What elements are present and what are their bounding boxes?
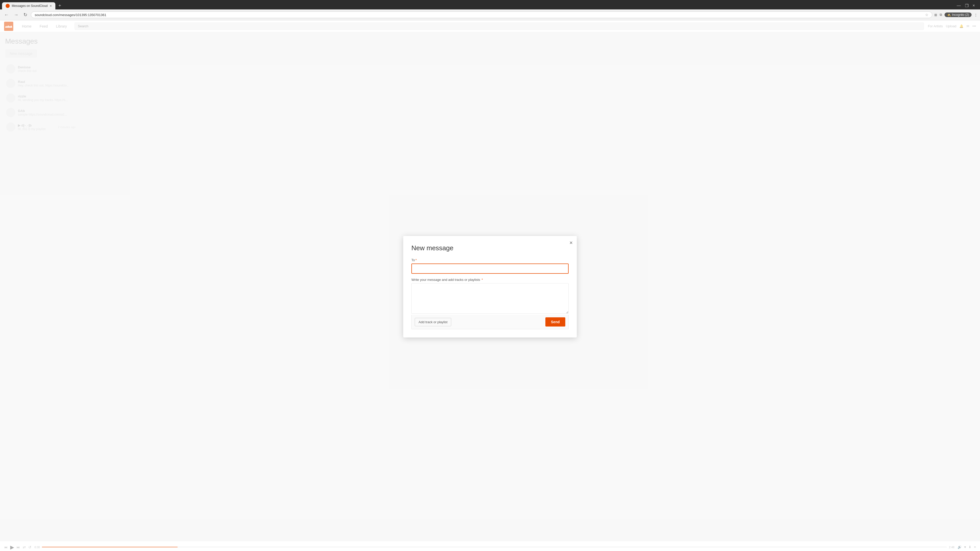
more-menu-icon[interactable]: ⋮ [974,13,977,17]
modal-title: New message [411,244,569,252]
tab-title: Messages on SoundCloud [12,4,48,8]
minimize-btn[interactable]: — [957,3,961,8]
modal-close-btn[interactable]: × [570,240,573,246]
extensions-icon[interactable]: ⊞ [934,13,937,17]
window-controls: — ❐ × [957,3,978,8]
send-btn[interactable]: Send [546,318,565,327]
back-btn[interactable]: ← [3,11,10,19]
browser-chrome: Messages on SoundCloud × + — ❐ × ← → ↻ s… [0,0,980,21]
incognito-icon: 🕵 [947,13,951,17]
to-label: To* [411,258,569,262]
required-marker: * [480,278,483,282]
new-tab-btn[interactable]: + [56,2,63,10]
browser-toolbar: ← → ↻ soundcloud.com/messages/101395:135… [0,10,980,21]
incognito-badge[interactable]: 🕵 Incognito (2) [945,13,972,17]
split-view-icon[interactable]: ⧉ [940,13,942,17]
active-tab[interactable]: Messages on SoundCloud × [2,2,56,10]
new-message-modal: × New message To* Write your message and… [403,236,577,338]
forward-btn[interactable]: → [12,11,20,19]
message-label: Write your message and add tracks or pla… [411,278,569,282]
add-track-btn[interactable]: Add track or playlist [415,318,451,326]
soundcloud-app: Home Feed Library For Artists Upload 🔔 ✉… [0,21,980,551]
modal-backdrop: × New message To* Write your message and… [0,21,980,551]
toolbar-right: ⊞ ⧉ 🕵 Incognito (2) ⋮ [934,13,977,17]
message-area-wrapper [411,283,569,315]
url-text: soundcloud.com/messages/101395:135070136… [35,13,923,17]
tab-favicon [6,4,10,8]
reload-btn[interactable]: ↻ [22,11,29,19]
restore-btn[interactable]: ❐ [965,3,969,8]
modal-footer: Add track or playlist Send [411,315,569,329]
message-textarea[interactable] [411,283,569,314]
tab-close-btn[interactable]: × [50,4,52,8]
address-bar[interactable]: soundcloud.com/messages/101395:135070136… [31,11,932,18]
close-btn[interactable]: × [973,3,975,8]
to-input[interactable] [411,264,569,274]
bookmark-icon[interactable]: ☆ [925,13,928,17]
incognito-label: Incognito (2) [952,13,969,17]
required-marker: * [415,258,417,262]
tab-bar: Messages on SoundCloud × + — ❐ × [0,0,980,10]
